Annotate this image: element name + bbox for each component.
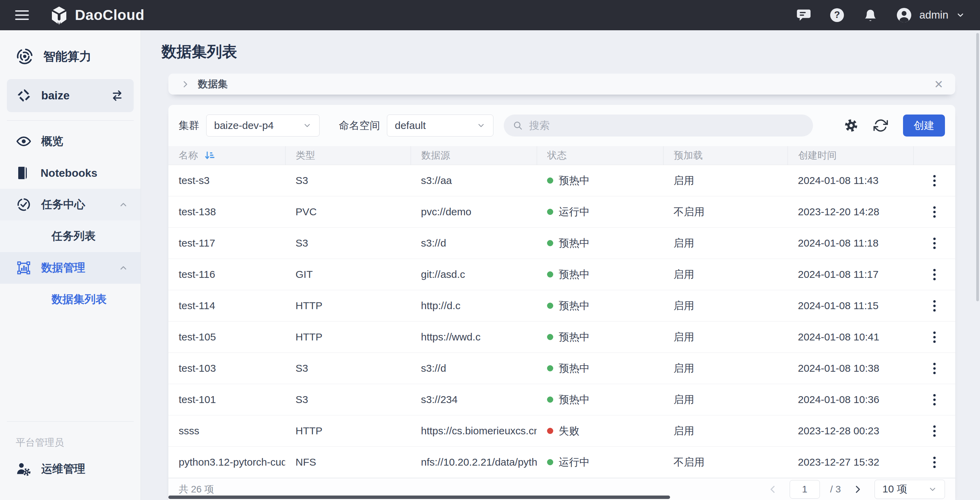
cell-type: HTTP xyxy=(285,415,410,446)
column-header-name[interactable]: 名称 xyxy=(169,146,285,165)
row-actions-kebab-icon[interactable] xyxy=(928,202,941,222)
sidebar-group-smart-computing[interactable]: 智能算力 xyxy=(0,41,140,72)
workspace-diamond-icon xyxy=(16,88,32,103)
sidebar-item-ops-management[interactable]: 运维管理 xyxy=(0,453,140,485)
cell-type: HTTP xyxy=(285,290,410,321)
refresh-icon[interactable] xyxy=(873,118,888,133)
cell-source: git://asd.c xyxy=(410,259,537,290)
cell-type: S3 xyxy=(285,384,410,415)
user-menu[interactable]: admin xyxy=(896,7,965,23)
previous-page-icon[interactable] xyxy=(766,483,780,496)
status-label: 运行中 xyxy=(559,455,590,470)
cell-preload: 启用 xyxy=(663,321,788,353)
table-row[interactable]: python3.12-pytorch-cuda...NFSnfs://10.20… xyxy=(169,447,955,478)
row-actions-kebab-icon[interactable] xyxy=(928,390,941,410)
status-dot xyxy=(547,334,553,340)
table-row[interactable]: ssssHTTPhttps://cs.biomerieuxcs.cn/...失败… xyxy=(169,415,955,447)
sidebar-group-label: 智能算力 xyxy=(43,48,91,65)
hamburger-menu-icon[interactable] xyxy=(15,8,29,23)
row-actions-kebab-icon[interactable] xyxy=(928,171,941,190)
topbar: DaoCloud ? xyxy=(0,0,980,30)
cell-created: 2024-01-08 11:18 xyxy=(788,228,913,259)
cell-name: test-117 xyxy=(169,228,285,259)
table-row[interactable]: test-138PVCpvc://demo运行中不启用2023-12-20 14… xyxy=(169,196,955,228)
cell-source: https://cs.biomerieuxcs.cn/... xyxy=(410,415,537,446)
column-header-created[interactable]: 创建时间 xyxy=(788,146,913,165)
sidebar-footer: 平台管理员 运维管理 xyxy=(0,417,140,500)
row-actions-kebab-icon[interactable] xyxy=(928,327,941,347)
page-size-select[interactable]: 10 项 xyxy=(875,480,945,499)
row-actions-kebab-icon[interactable] xyxy=(928,421,941,441)
settings-gear-icon[interactable] xyxy=(844,118,858,133)
namespace-select[interactable]: default xyxy=(387,115,493,137)
table-row[interactable]: test-105HTTPhttps://wwd.c预热中启用2024-01-08… xyxy=(169,321,955,353)
cell-actions xyxy=(913,196,955,227)
chevron-up-icon xyxy=(119,263,128,273)
sidebar-item-dataset-list[interactable]: 数据集列表 xyxy=(0,284,140,315)
sidebar-item-task-center[interactable]: 任务中心 xyxy=(0,189,140,220)
smart-computing-icon xyxy=(16,48,34,65)
row-actions-kebab-icon[interactable] xyxy=(928,233,941,253)
horizontal-scrollbar[interactable] xyxy=(169,495,670,499)
sidebar-workspace-baize[interactable]: baize xyxy=(7,79,134,112)
table-row[interactable]: test-116GITgit://asd.c预热中启用2024-01-08 11… xyxy=(169,259,955,290)
cell-status: 运行中 xyxy=(537,447,663,478)
username: admin xyxy=(920,9,948,21)
breadcrumb[interactable]: 数据集 xyxy=(198,77,228,91)
table-row[interactable]: test-114HTTPhttp://d.c预热中启用2024-01-08 11… xyxy=(169,290,955,321)
sidebar-item-task-list[interactable]: 任务列表 xyxy=(0,220,140,252)
cell-preload: 启用 xyxy=(663,228,788,259)
sidebar-item-label: 任务中心 xyxy=(41,197,85,212)
table-row[interactable]: test-101S3s3://234预热中启用2024-01-08 10:36 xyxy=(169,384,955,415)
cell-name: python3.12-pytorch-cuda... xyxy=(169,447,285,478)
row-actions-kebab-icon[interactable] xyxy=(928,265,941,284)
cell-source: pvc://demo xyxy=(410,196,537,227)
data-management-icon xyxy=(16,260,32,276)
sidebar-item-overview[interactable]: 概览 xyxy=(0,126,140,157)
next-page-icon[interactable] xyxy=(851,483,864,496)
sidebar-item-label: 数据管理 xyxy=(41,260,85,275)
column-header-type[interactable]: 类型 xyxy=(285,146,410,165)
cell-type: PVC xyxy=(285,196,410,227)
sidebar-divider xyxy=(7,421,134,422)
table-row[interactable]: test-117S3s3://d预热中启用2024-01-08 11:18 xyxy=(169,228,955,259)
cell-actions xyxy=(913,228,955,259)
table-row[interactable]: test-103S3s3://d预热中启用2024-01-08 10:38 xyxy=(169,353,955,384)
row-actions-kebab-icon[interactable] xyxy=(928,359,941,378)
brand-logo[interactable]: DaoCloud xyxy=(49,5,144,25)
search-box xyxy=(504,115,813,137)
column-header-status[interactable]: 状态 xyxy=(537,146,663,165)
chevron-right-icon[interactable] xyxy=(181,80,190,89)
switch-workspace-icon[interactable] xyxy=(110,89,124,102)
sidebar-item-data-management[interactable]: 数据管理 xyxy=(0,252,140,284)
cell-created: 2024-01-08 10:38 xyxy=(788,353,913,384)
sidebar-item-label: 任务列表 xyxy=(51,229,95,244)
vertical-scrollbar[interactable] xyxy=(976,33,979,301)
cell-type: S3 xyxy=(285,228,410,259)
sidebar: 智能算力 baize xyxy=(0,30,141,500)
help-icon[interactable]: ? xyxy=(829,8,845,23)
notifications-bell-icon[interactable] xyxy=(863,8,878,22)
sort-descending-icon[interactable] xyxy=(204,150,215,161)
search-input[interactable] xyxy=(528,119,804,132)
column-header-preload[interactable]: 预加载 xyxy=(663,146,788,165)
table-header-row: 名称 类型 数据源 状态 预加载 创建时间 xyxy=(169,146,955,165)
cell-status: 预热中 xyxy=(537,228,663,259)
table-row[interactable]: test-s3S3s3://aa预热中启用2024-01-08 11:43 xyxy=(169,165,955,196)
cell-type: HTTP xyxy=(285,321,410,353)
create-button[interactable]: 创建 xyxy=(903,115,945,137)
row-actions-kebab-icon[interactable] xyxy=(928,452,941,472)
column-header-source[interactable]: 数据源 xyxy=(410,146,537,165)
cell-actions xyxy=(913,415,955,446)
cell-preload: 启用 xyxy=(663,290,788,321)
sidebar-item-notebooks[interactable]: Notebooks xyxy=(0,157,140,189)
cluster-label: 集群 xyxy=(179,119,199,133)
close-icon[interactable]: × xyxy=(934,77,943,91)
page-number-input[interactable] xyxy=(790,480,820,498)
cell-type: S3 xyxy=(285,353,410,384)
row-actions-kebab-icon[interactable] xyxy=(928,296,941,316)
messages-icon[interactable] xyxy=(797,8,811,22)
cluster-select[interactable]: baize-dev-p4 xyxy=(206,115,320,137)
status-label: 预热中 xyxy=(559,393,590,407)
role-label: 平台管理员 xyxy=(0,427,140,453)
